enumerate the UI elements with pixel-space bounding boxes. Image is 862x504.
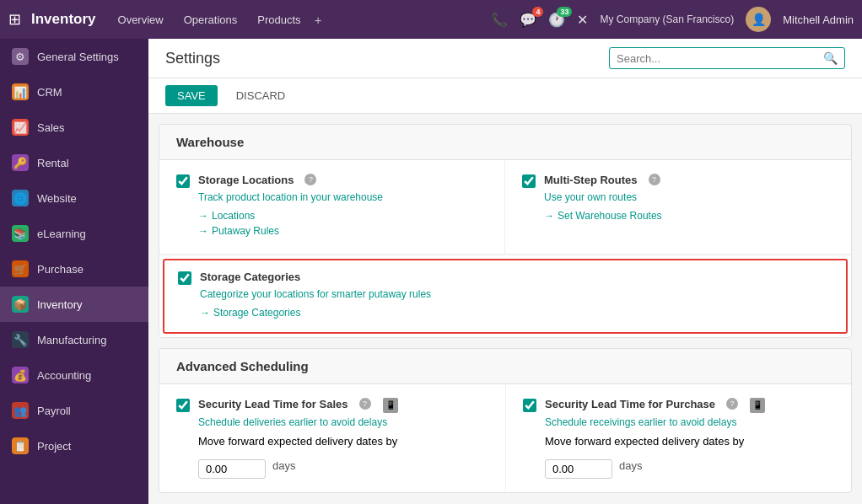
multi-step-routes-desc: Use your own routes xyxy=(544,191,834,203)
nav-operations[interactable]: Operations xyxy=(177,10,245,29)
app-grid-icon[interactable]: ⊞ xyxy=(8,10,21,29)
search-bar: 🔍 xyxy=(609,47,845,69)
security-lead-sales-help-icon[interactable]: ? xyxy=(359,398,371,410)
advanced-scheduling-title: Advanced Scheduling xyxy=(159,349,851,384)
security-lead-purchase-help-icon[interactable]: ? xyxy=(726,398,738,410)
project-icon: 📋 xyxy=(12,437,29,454)
purchase-days-label: days xyxy=(619,459,642,472)
security-lead-purchase-value-row: days xyxy=(545,453,834,479)
multi-step-routes-name: Multi-Step Routes xyxy=(544,174,638,186)
security-lead-purchase-input-row: Move forward expected delivery dates by xyxy=(545,435,834,448)
storage-categories-name: Storage Categories xyxy=(200,271,300,283)
activity-icon[interactable]: 🕐 33 xyxy=(548,12,565,28)
security-lead-purchase-checkbox[interactable] xyxy=(523,399,536,412)
rental-icon: 🔑 xyxy=(12,154,29,171)
sidebar-item-purchase[interactable]: 🛒 Purchase xyxy=(0,251,148,287)
storage-locations-desc: Track product location in your warehouse xyxy=(198,191,488,203)
settings-content: Warehouse Storage Locations ? Track prod… xyxy=(148,114,862,504)
activity-badge: 33 xyxy=(557,7,572,17)
security-lead-purchase-phone-icon: 📱 xyxy=(750,398,765,413)
sidebar-item-elearning[interactable]: 📚 eLearning xyxy=(0,216,148,251)
warehouse-section: Warehouse Storage Locations ? Track prod… xyxy=(159,124,852,338)
security-lead-sales-value-row: days xyxy=(198,453,488,479)
sidebar-item-crm[interactable]: 📊 CRM xyxy=(0,74,148,110)
storage-categories-checkbox[interactable] xyxy=(178,271,191,285)
sidebar-item-accounting[interactable]: 💰 Accounting xyxy=(0,357,148,393)
purchase-lead-sub-desc: Move forward expected delivery dates by xyxy=(545,435,744,448)
content-header: Settings 🔍 xyxy=(148,39,862,78)
security-lead-purchase-input[interactable] xyxy=(545,459,612,479)
sidebar-item-label-crm: CRM xyxy=(37,86,62,99)
security-lead-sales-phone-icon: 📱 xyxy=(383,398,398,413)
sidebar-item-project[interactable]: 📋 Project xyxy=(0,428,148,464)
advanced-scheduling-section: Advanced Scheduling Security Lead Time f… xyxy=(159,348,852,493)
close-icon[interactable]: ✕ xyxy=(577,12,588,28)
set-warehouse-routes-link[interactable]: → Set Warehouse Routes xyxy=(544,210,834,222)
sidebar-item-label-elearning: eLearning xyxy=(37,228,86,240)
sidebar-item-label-purchase: Purchase xyxy=(37,263,84,276)
page-title: Settings xyxy=(165,50,595,67)
advanced-settings-grid: Security Lead Time for Sales ? 📱 Schedul… xyxy=(159,384,851,492)
manufacturing-icon: 🔧 xyxy=(12,331,29,348)
sidebar-item-label-inventory: Inventory xyxy=(37,298,82,311)
sidebar-item-website[interactable]: 🌐 Website xyxy=(0,180,148,216)
avatar[interactable]: 👤 xyxy=(746,7,771,32)
sidebar-item-general-settings[interactable]: ⚙ General Settings xyxy=(0,39,148,74)
payroll-icon: 👥 xyxy=(12,402,29,419)
messages-badge: 4 xyxy=(532,7,543,17)
sidebar-item-label-rental: Rental xyxy=(37,157,69,169)
sidebar: ⚙ General Settings 📊 CRM 📈 Sales 🔑 Renta… xyxy=(0,39,148,504)
sales-lead-sub-desc: Move forward expected delivery dates by xyxy=(198,435,397,448)
multi-step-routes-checkbox[interactable] xyxy=(522,174,536,188)
sidebar-item-label-general: General Settings xyxy=(37,51,119,63)
crm-icon: 📊 xyxy=(12,83,29,100)
company-label: My Company (San Francisco) xyxy=(600,13,734,25)
sidebar-item-label-sales: Sales xyxy=(37,121,65,134)
discard-button[interactable]: DISCARD xyxy=(224,85,298,106)
storage-categories-link[interactable]: → Storage Categories xyxy=(200,307,832,319)
multi-step-routes-help-icon[interactable]: ? xyxy=(649,174,660,185)
security-lead-sales-input-row: Move forward expected delivery dates by xyxy=(198,435,488,448)
sidebar-item-rental[interactable]: 🔑 Rental xyxy=(0,145,148,180)
search-input[interactable] xyxy=(617,52,823,65)
add-menu-icon[interactable]: + xyxy=(315,13,322,27)
warehouse-section-title: Warehouse xyxy=(159,125,851,160)
sidebar-item-payroll[interactable]: 👥 Payroll xyxy=(0,393,148,428)
nav-overview[interactable]: Overview xyxy=(111,10,170,29)
phone-icon[interactable]: 📞 xyxy=(491,12,508,28)
sidebar-item-label-project: Project xyxy=(37,440,71,453)
storage-locations-help-icon[interactable]: ? xyxy=(304,174,316,185)
toolbar: SAVE DISCARD xyxy=(148,78,862,114)
locations-link[interactable]: → Locations xyxy=(198,210,488,222)
nav-products[interactable]: Products xyxy=(251,10,307,29)
sidebar-item-label-accounting: Accounting xyxy=(37,369,91,382)
content-area: Settings 🔍 SAVE DISCARD Warehouse xyxy=(148,39,862,504)
sidebar-item-inventory[interactable]: 📦 Inventory xyxy=(0,287,148,322)
messages-icon[interactable]: 💬 4 xyxy=(520,12,536,28)
user-name: Mitchell Admin xyxy=(783,13,854,26)
save-button[interactable]: SAVE xyxy=(165,85,218,106)
security-lead-sales-input[interactable] xyxy=(198,459,266,479)
security-lead-purchase-name: Security Lead Time for Purchase xyxy=(545,398,715,410)
security-lead-sales-checkbox[interactable] xyxy=(176,399,190,412)
sidebar-item-manufacturing[interactable]: 🔧 Manufacturing xyxy=(0,322,148,357)
brand-name: Inventory xyxy=(31,11,96,28)
top-navigation: ⊞ Inventory Overview Operations Products… xyxy=(0,0,862,39)
security-lead-sales-setting: Security Lead Time for Sales ? 📱 Schedul… xyxy=(159,384,505,492)
sidebar-item-label-payroll: Payroll xyxy=(37,405,71,417)
sidebar-item-sales[interactable]: 📈 Sales xyxy=(0,110,148,145)
sidebar-item-label-website: Website xyxy=(37,192,77,205)
storage-categories-setting-highlighted: Storage Categories Categorize your locat… xyxy=(163,259,848,334)
security-lead-purchase-setting: Security Lead Time for Purchase ? 📱 Sche… xyxy=(505,384,851,492)
elearning-icon: 📚 xyxy=(12,225,29,242)
putaway-rules-link[interactable]: → Putaway Rules xyxy=(198,225,488,237)
website-icon: 🌐 xyxy=(12,190,29,206)
multi-step-routes-setting: Multi-Step Routes ? Use your own routes … xyxy=(505,160,851,255)
security-lead-purchase-desc: Schedule receivings earlier to avoid del… xyxy=(545,416,834,428)
search-icon: 🔍 xyxy=(823,51,838,65)
storage-locations-checkbox[interactable] xyxy=(176,174,190,188)
storage-categories-desc: Categorize your locations for smarter pu… xyxy=(200,288,832,300)
sidebar-item-label-manufacturing: Manufacturing xyxy=(37,334,106,346)
purchase-icon: 🛒 xyxy=(12,260,29,277)
sales-icon: 📈 xyxy=(12,119,29,136)
